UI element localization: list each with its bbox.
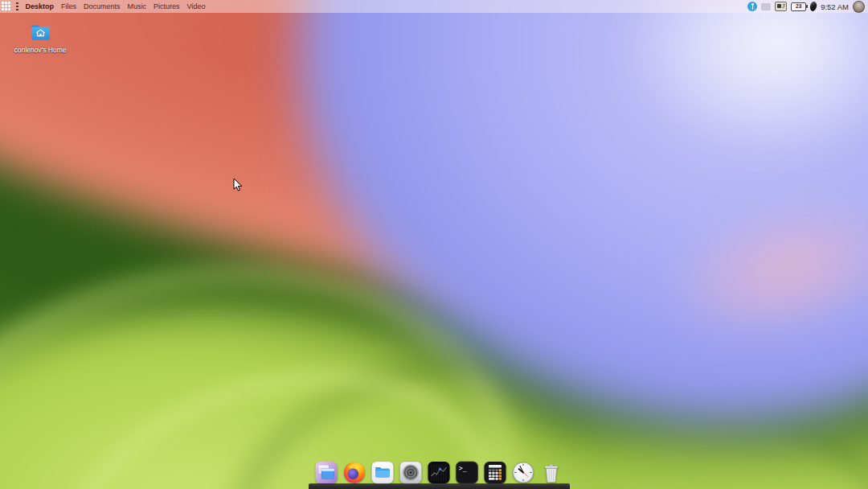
status-tray: 23 9:52 AM	[747, 0, 868, 13]
battery-icon[interactable]: 23	[791, 2, 806, 11]
firefox-icon	[343, 461, 366, 484]
windows-app-icon	[315, 461, 338, 484]
home-folder-icon	[30, 24, 51, 41]
mouse-icon[interactable]	[809, 1, 818, 12]
dock-firefox[interactable]	[343, 461, 366, 484]
keyboard-layout-icon[interactable]	[775, 2, 787, 11]
dock-clock[interactable]	[512, 461, 535, 484]
files-icon	[371, 461, 395, 484]
menu-files[interactable]: Files	[58, 0, 80, 13]
dock-terminal[interactable]: >_	[456, 461, 479, 484]
menu-video[interactable]: Video	[183, 0, 209, 13]
trash-icon	[540, 461, 563, 484]
dock-stocks[interactable]	[428, 461, 451, 484]
dock-calculator[interactable]	[484, 461, 507, 484]
svg-text:>_: >_	[459, 465, 467, 472]
menu-pictures[interactable]: Pictures	[150, 0, 184, 13]
menu-bar: Desktop Files Documents Music Pictures V…	[0, 0, 868, 13]
stocks-icon	[428, 461, 451, 484]
drag-handle[interactable]	[16, 2, 18, 11]
desktop-icon-home[interactable]: conlenov's Home	[13, 24, 68, 54]
menu-bar-left: Desktop Files Documents Music Pictures V…	[0, 0, 209, 13]
dock-trash[interactable]	[540, 461, 563, 484]
calculator-icon	[484, 461, 507, 484]
dock-items: >_	[315, 461, 563, 489]
desktop-screen: Desktop Files Documents Music Pictures V…	[0, 0, 868, 489]
user-avatar[interactable]	[853, 1, 865, 13]
system-settings-icon	[399, 461, 423, 484]
dim-status-icon[interactable]	[761, 3, 771, 10]
dock-files[interactable]	[371, 461, 395, 484]
dock-system-settings[interactable]	[399, 461, 423, 484]
dock-windows-app[interactable]	[315, 461, 338, 484]
menu-music[interactable]: Music	[124, 0, 150, 13]
desktop-icon-label: conlenov's Home	[13, 46, 68, 54]
mouse-cursor	[233, 178, 244, 192]
dock: >_	[315, 461, 563, 489]
terminal-icon: >_	[456, 461, 479, 484]
clock-icon	[512, 461, 535, 484]
menus: Desktop Files Documents Music Pictures V…	[22, 0, 209, 13]
apps-grid-icon[interactable]	[2, 2, 12, 11]
clock-text[interactable]: 9:52 AM	[821, 2, 849, 11]
accessibility-icon[interactable]	[747, 2, 757, 11]
menu-documents[interactable]: Documents	[80, 0, 125, 13]
menu-desktop[interactable]: Desktop	[22, 0, 58, 13]
